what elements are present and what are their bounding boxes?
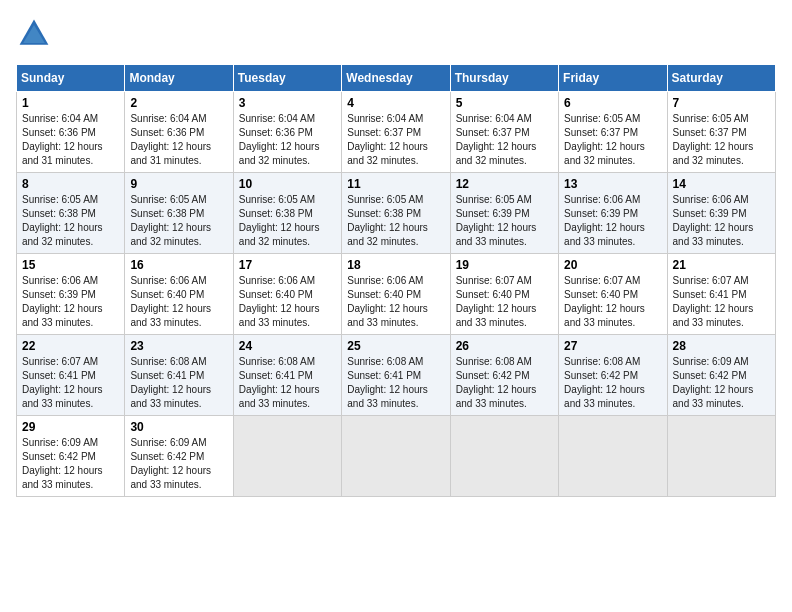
day-info: Sunrise: 6:05 AMSunset: 6:38 PMDaylight:…: [130, 194, 211, 247]
day-number: 1: [22, 96, 119, 110]
calendar-day-cell: 3 Sunrise: 6:04 AMSunset: 6:36 PMDayligh…: [233, 92, 341, 173]
calendar-table: SundayMondayTuesdayWednesdayThursdayFrid…: [16, 64, 776, 497]
day-number: 23: [130, 339, 227, 353]
day-number: 17: [239, 258, 336, 272]
weekday-header: Thursday: [450, 65, 558, 92]
day-number: 16: [130, 258, 227, 272]
day-number: 15: [22, 258, 119, 272]
day-info: Sunrise: 6:09 AMSunset: 6:42 PMDaylight:…: [22, 437, 103, 490]
calendar-day-cell: 22 Sunrise: 6:07 AMSunset: 6:41 PMDaylig…: [17, 335, 125, 416]
day-number: 29: [22, 420, 119, 434]
weekday-header: Saturday: [667, 65, 775, 92]
day-info: Sunrise: 6:04 AMSunset: 6:36 PMDaylight:…: [239, 113, 320, 166]
weekday-header: Monday: [125, 65, 233, 92]
day-info: Sunrise: 6:04 AMSunset: 6:36 PMDaylight:…: [130, 113, 211, 166]
calendar-day-cell: 23 Sunrise: 6:08 AMSunset: 6:41 PMDaylig…: [125, 335, 233, 416]
calendar-day-cell: 16 Sunrise: 6:06 AMSunset: 6:40 PMDaylig…: [125, 254, 233, 335]
calendar-day-cell: 17 Sunrise: 6:06 AMSunset: 6:40 PMDaylig…: [233, 254, 341, 335]
day-info: Sunrise: 6:06 AMSunset: 6:39 PMDaylight:…: [673, 194, 754, 247]
day-info: Sunrise: 6:07 AMSunset: 6:40 PMDaylight:…: [456, 275, 537, 328]
day-info: Sunrise: 6:08 AMSunset: 6:42 PMDaylight:…: [564, 356, 645, 409]
calendar-day-cell: 14 Sunrise: 6:06 AMSunset: 6:39 PMDaylig…: [667, 173, 775, 254]
day-info: Sunrise: 6:05 AMSunset: 6:38 PMDaylight:…: [347, 194, 428, 247]
day-number: 24: [239, 339, 336, 353]
calendar-day-cell: 25 Sunrise: 6:08 AMSunset: 6:41 PMDaylig…: [342, 335, 450, 416]
day-info: Sunrise: 6:04 AMSunset: 6:36 PMDaylight:…: [22, 113, 103, 166]
calendar-week-row: 1 Sunrise: 6:04 AMSunset: 6:36 PMDayligh…: [17, 92, 776, 173]
calendar-day-cell: [559, 416, 667, 497]
calendar-day-cell: 15 Sunrise: 6:06 AMSunset: 6:39 PMDaylig…: [17, 254, 125, 335]
day-info: Sunrise: 6:06 AMSunset: 6:40 PMDaylight:…: [130, 275, 211, 328]
day-info: Sunrise: 6:06 AMSunset: 6:39 PMDaylight:…: [564, 194, 645, 247]
calendar-day-cell: 8 Sunrise: 6:05 AMSunset: 6:38 PMDayligh…: [17, 173, 125, 254]
day-info: Sunrise: 6:07 AMSunset: 6:41 PMDaylight:…: [673, 275, 754, 328]
day-number: 21: [673, 258, 770, 272]
day-info: Sunrise: 6:05 AMSunset: 6:37 PMDaylight:…: [673, 113, 754, 166]
calendar-day-cell: 13 Sunrise: 6:06 AMSunset: 6:39 PMDaylig…: [559, 173, 667, 254]
calendar-day-cell: [450, 416, 558, 497]
day-info: Sunrise: 6:05 AMSunset: 6:39 PMDaylight:…: [456, 194, 537, 247]
calendar-day-cell: [342, 416, 450, 497]
day-number: 4: [347, 96, 444, 110]
day-number: 2: [130, 96, 227, 110]
calendar-day-cell: [667, 416, 775, 497]
day-info: Sunrise: 6:08 AMSunset: 6:41 PMDaylight:…: [239, 356, 320, 409]
day-info: Sunrise: 6:07 AMSunset: 6:41 PMDaylight:…: [22, 356, 103, 409]
day-number: 27: [564, 339, 661, 353]
day-number: 19: [456, 258, 553, 272]
day-info: Sunrise: 6:06 AMSunset: 6:40 PMDaylight:…: [347, 275, 428, 328]
calendar-day-cell: 29 Sunrise: 6:09 AMSunset: 6:42 PMDaylig…: [17, 416, 125, 497]
day-info: Sunrise: 6:08 AMSunset: 6:41 PMDaylight:…: [130, 356, 211, 409]
calendar-day-cell: 21 Sunrise: 6:07 AMSunset: 6:41 PMDaylig…: [667, 254, 775, 335]
weekday-header: Sunday: [17, 65, 125, 92]
day-number: 9: [130, 177, 227, 191]
calendar-day-cell: 12 Sunrise: 6:05 AMSunset: 6:39 PMDaylig…: [450, 173, 558, 254]
calendar-day-cell: 28 Sunrise: 6:09 AMSunset: 6:42 PMDaylig…: [667, 335, 775, 416]
logo: [16, 16, 56, 52]
calendar-day-cell: 10 Sunrise: 6:05 AMSunset: 6:38 PMDaylig…: [233, 173, 341, 254]
day-number: 5: [456, 96, 553, 110]
weekday-header-row: SundayMondayTuesdayWednesdayThursdayFrid…: [17, 65, 776, 92]
day-number: 18: [347, 258, 444, 272]
weekday-header: Tuesday: [233, 65, 341, 92]
day-number: 3: [239, 96, 336, 110]
day-info: Sunrise: 6:04 AMSunset: 6:37 PMDaylight:…: [347, 113, 428, 166]
calendar-day-cell: 20 Sunrise: 6:07 AMSunset: 6:40 PMDaylig…: [559, 254, 667, 335]
day-number: 11: [347, 177, 444, 191]
calendar-day-cell: 7 Sunrise: 6:05 AMSunset: 6:37 PMDayligh…: [667, 92, 775, 173]
day-number: 7: [673, 96, 770, 110]
calendar-week-row: 15 Sunrise: 6:06 AMSunset: 6:39 PMDaylig…: [17, 254, 776, 335]
calendar-day-cell: 30 Sunrise: 6:09 AMSunset: 6:42 PMDaylig…: [125, 416, 233, 497]
calendar-week-row: 8 Sunrise: 6:05 AMSunset: 6:38 PMDayligh…: [17, 173, 776, 254]
day-number: 25: [347, 339, 444, 353]
page-header: [16, 16, 776, 52]
day-info: Sunrise: 6:04 AMSunset: 6:37 PMDaylight:…: [456, 113, 537, 166]
day-number: 20: [564, 258, 661, 272]
calendar-day-cell: 19 Sunrise: 6:07 AMSunset: 6:40 PMDaylig…: [450, 254, 558, 335]
calendar-day-cell: 2 Sunrise: 6:04 AMSunset: 6:36 PMDayligh…: [125, 92, 233, 173]
day-info: Sunrise: 6:06 AMSunset: 6:40 PMDaylight:…: [239, 275, 320, 328]
weekday-header: Friday: [559, 65, 667, 92]
day-number: 26: [456, 339, 553, 353]
day-number: 12: [456, 177, 553, 191]
calendar-day-cell: 27 Sunrise: 6:08 AMSunset: 6:42 PMDaylig…: [559, 335, 667, 416]
day-number: 8: [22, 177, 119, 191]
day-number: 22: [22, 339, 119, 353]
calendar-day-cell: 9 Sunrise: 6:05 AMSunset: 6:38 PMDayligh…: [125, 173, 233, 254]
day-number: 10: [239, 177, 336, 191]
logo-icon: [16, 16, 52, 52]
calendar-day-cell: 11 Sunrise: 6:05 AMSunset: 6:38 PMDaylig…: [342, 173, 450, 254]
day-number: 6: [564, 96, 661, 110]
calendar-day-cell: 24 Sunrise: 6:08 AMSunset: 6:41 PMDaylig…: [233, 335, 341, 416]
day-info: Sunrise: 6:07 AMSunset: 6:40 PMDaylight:…: [564, 275, 645, 328]
calendar-week-row: 22 Sunrise: 6:07 AMSunset: 6:41 PMDaylig…: [17, 335, 776, 416]
calendar-day-cell: 5 Sunrise: 6:04 AMSunset: 6:37 PMDayligh…: [450, 92, 558, 173]
day-info: Sunrise: 6:09 AMSunset: 6:42 PMDaylight:…: [673, 356, 754, 409]
day-info: Sunrise: 6:08 AMSunset: 6:42 PMDaylight:…: [456, 356, 537, 409]
calendar-day-cell: 18 Sunrise: 6:06 AMSunset: 6:40 PMDaylig…: [342, 254, 450, 335]
calendar-week-row: 29 Sunrise: 6:09 AMSunset: 6:42 PMDaylig…: [17, 416, 776, 497]
day-info: Sunrise: 6:05 AMSunset: 6:38 PMDaylight:…: [22, 194, 103, 247]
day-number: 13: [564, 177, 661, 191]
day-info: Sunrise: 6:08 AMSunset: 6:41 PMDaylight:…: [347, 356, 428, 409]
calendar-day-cell: [233, 416, 341, 497]
